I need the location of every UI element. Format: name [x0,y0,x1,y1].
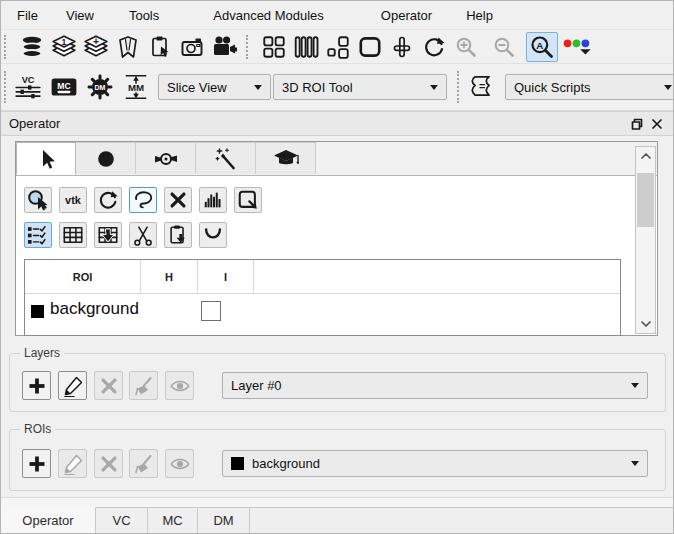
rotate-view-button[interactable] [94,187,122,213]
dm-gear-icon: DM [86,73,114,101]
quick-scripts-combo[interactable]: Quick Scripts [505,74,674,100]
view-mode-combo[interactable]: Slice View [158,74,271,100]
bottom-tabbar: Operator VC MC DM [1,507,673,533]
tab-pointer[interactable] [16,142,76,175]
roi-combo[interactable]: background [222,450,648,477]
mc-module-button[interactable]: MC [46,68,82,106]
view-columns-button[interactable] [290,32,322,62]
mm-measure-icon: MM [122,73,150,101]
broom-icon [133,375,155,397]
svg-text:VC: VC [22,75,35,85]
curve-button[interactable] [199,222,227,248]
vc-module-button[interactable]: VC [10,68,46,106]
vtk-button[interactable]: vtk [59,187,87,213]
tab-learning[interactable] [256,142,316,174]
menu-tools[interactable]: Tools [127,5,161,26]
bottom-tab-dm[interactable]: DM [198,507,250,533]
rois-group-label: ROIs [20,422,55,436]
tab-lens[interactable] [136,142,196,174]
shield-tool-button[interactable] [112,32,144,62]
dataset-button[interactable] [16,32,48,62]
tool-mode-combo[interactable]: 3D ROI Tool [273,74,447,100]
tab-magic-wand[interactable] [196,142,256,174]
roi-color-swatch [31,305,44,318]
rotate-icon [420,35,448,59]
single-layer-button[interactable]: 1 [48,32,80,62]
layer-combo[interactable]: Layer #0 [222,372,648,399]
record-movie-button[interactable] [208,32,240,62]
cut-button[interactable] [129,222,157,248]
menu-operator[interactable]: Operator [379,5,434,26]
scripts-button[interactable]: = [463,68,499,106]
chevron-down-icon [430,85,438,90]
svg-text:MC: MC [57,81,70,91]
histogram-button[interactable] [199,187,227,213]
bottom-tab-spacer [250,507,673,533]
scroll-up-button[interactable] [636,147,655,165]
plus-icon [26,375,48,397]
dm-module-button[interactable]: DM [82,68,118,106]
import-table-button[interactable] [94,222,122,248]
crosshair-tool-button[interactable] [386,32,418,62]
table-button[interactable] [59,222,87,248]
menu-view[interactable]: View [64,5,96,26]
toolbar-handle[interactable] [4,35,12,59]
svg-text:+: + [93,36,99,47]
lasso-button[interactable] [129,187,157,213]
tool-button-row-1: vtk [24,187,262,213]
menu-advanced-modules[interactable]: Advanced Modules [211,5,326,26]
view-mode-value: Slice View [167,80,246,95]
roi-i-checkbox[interactable] [201,301,221,321]
panel-scrollbar[interactable] [635,146,656,334]
view-custom-layout-button[interactable] [322,32,354,62]
toolbar-handle[interactable] [457,71,459,103]
scissors-icon [132,224,154,246]
view-grid-2x2-button[interactable] [258,32,290,62]
menubar: File View Tools Advanced Modules Operato… [1,1,673,30]
paste-button[interactable] [164,222,192,248]
mm-module-button[interactable]: MM [118,68,154,106]
menu-file[interactable]: File [15,5,40,26]
column-header-roi[interactable]: ROI [25,260,141,293]
channel-colors-button[interactable] [558,32,596,62]
layers-one-icon: 1 [51,34,77,60]
column-views-icon [293,34,319,60]
export-view-button[interactable] [234,187,262,213]
add-roi-button[interactable] [22,449,51,478]
rename-layer-button[interactable] [58,371,87,400]
bottom-tab-vc[interactable]: VC [96,507,148,533]
delete-selection-button[interactable] [164,187,192,213]
rotate-tool-button[interactable] [418,32,450,62]
view-single-button[interactable] [354,32,386,62]
table-grid-icon [62,224,84,246]
zoom-in-icon [454,35,478,59]
float-dock-button[interactable] [629,116,645,132]
column-header-i[interactable]: I [198,260,254,293]
navigate-button[interactable] [24,187,52,213]
table-import-icon [97,224,119,246]
toolbar-handle[interactable] [4,71,6,103]
clipboard-pick-button[interactable] [144,32,176,62]
bottom-tab-operator[interactable]: Operator [1,507,96,533]
bottom-tab-mc[interactable]: MC [148,507,198,533]
close-dock-button[interactable] [649,116,665,132]
scrollbar-thumb[interactable] [637,173,654,227]
column-header-h[interactable]: H [141,260,198,293]
snapshot-button[interactable] [176,32,208,62]
toggle-roi-visibility-button [165,449,194,478]
svg-text:=: = [479,80,485,92]
add-layer-button[interactable] [22,371,51,400]
pencil-icon [62,453,84,475]
toolbar-handle[interactable] [246,35,254,59]
zoom-auto-button[interactable]: A [526,32,558,62]
table-row[interactable]: background [25,294,620,336]
add-layer-button[interactable]: + [80,32,112,62]
roi-list-button[interactable] [24,222,52,248]
scroll-down-button[interactable] [636,315,655,333]
menu-help[interactable]: Help [464,5,495,26]
main-toolbar: 1 + A [1,30,673,64]
lasso-icon [132,189,154,211]
chevron-down-icon [639,319,653,329]
operator-panel: vtk ROI H I background [15,141,658,336]
tab-brush[interactable] [76,142,136,174]
